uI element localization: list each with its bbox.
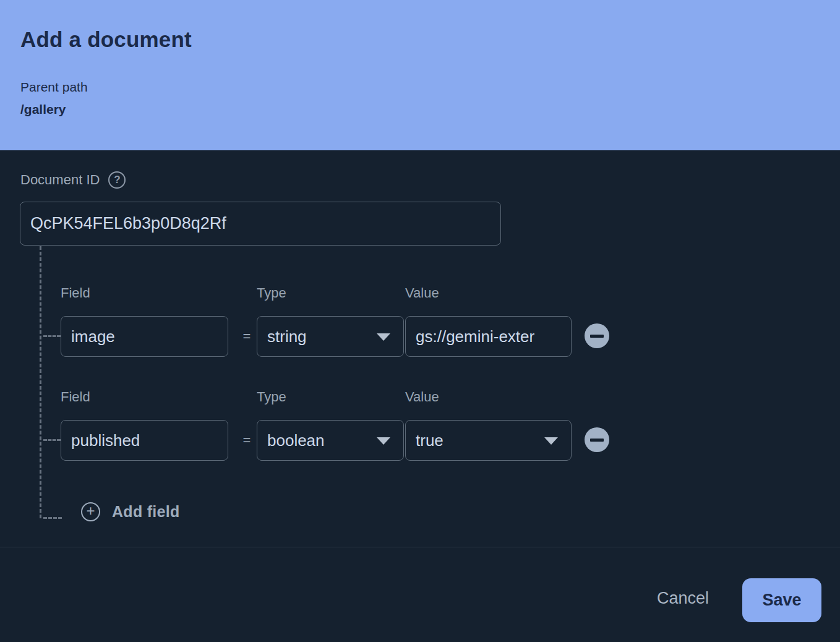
equals-sign: = <box>239 328 255 345</box>
parent-path-label: Parent path <box>20 80 88 95</box>
field-name-input[interactable] <box>61 420 228 461</box>
type-column-label: Type <box>257 285 286 301</box>
document-id-label-row: Document ID ? <box>20 171 126 189</box>
value-column-label: Value <box>405 285 439 301</box>
parent-path-value: /gallery <box>20 102 66 117</box>
connector-stub <box>43 335 61 337</box>
type-select-value: string <box>267 327 307 346</box>
connector-stub <box>43 517 62 519</box>
add-document-dialog: Add a document Parent path /gallery Docu… <box>0 0 840 642</box>
field-column-label: Field <box>61 285 90 301</box>
remove-field-button[interactable] <box>585 427 609 452</box>
type-select[interactable]: string <box>257 316 404 357</box>
dialog-header: Add a document Parent path /gallery <box>0 0 840 150</box>
chevron-down-icon <box>377 437 390 445</box>
type-select-value: boolean <box>267 431 325 450</box>
value-select[interactable]: true <box>405 420 572 461</box>
equals-sign: = <box>239 432 255 448</box>
type-select[interactable]: boolean <box>257 420 404 461</box>
field-column-label: Field <box>61 389 90 405</box>
add-field-button[interactable]: + Add field <box>81 500 180 523</box>
minus-icon <box>590 439 604 442</box>
document-id-input[interactable] <box>20 202 501 246</box>
dialog-title: Add a document <box>20 27 192 52</box>
document-id-label: Document ID <box>20 172 100 188</box>
chevron-down-icon <box>544 437 558 445</box>
remove-field-button[interactable] <box>585 323 609 348</box>
plus-icon: + <box>81 502 100 521</box>
value-select-value: true <box>416 431 444 450</box>
chevron-down-icon <box>377 333 390 341</box>
value-input[interactable] <box>405 316 572 357</box>
save-button[interactable]: Save <box>742 578 821 622</box>
field-name-input[interactable] <box>61 316 228 357</box>
type-column-label: Type <box>257 389 286 405</box>
connector-vertical-line <box>40 246 41 518</box>
footer-divider <box>0 547 840 547</box>
add-field-label: Add field <box>112 503 180 521</box>
connector-stub <box>43 439 61 441</box>
minus-icon <box>590 335 604 338</box>
help-icon[interactable]: ? <box>108 171 126 189</box>
cancel-button[interactable]: Cancel <box>643 584 722 613</box>
value-column-label: Value <box>405 389 439 405</box>
